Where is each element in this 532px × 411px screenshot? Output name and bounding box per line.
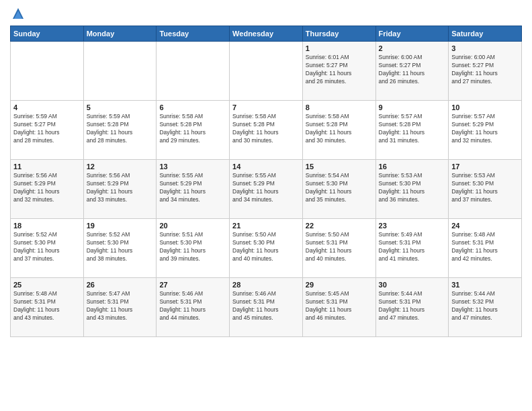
day-number: 27 <box>159 281 226 289</box>
day-info: Sunrise: 5:49 AM Sunset: 5:31 PM Dayligh… <box>379 231 446 263</box>
day-cell: 17Sunrise: 5:53 AM Sunset: 5:30 PM Dayli… <box>449 160 522 219</box>
day-number: 2 <box>379 44 446 52</box>
day-info: Sunrise: 6:01 AM Sunset: 5:27 PM Dayligh… <box>306 54 373 86</box>
day-number: 13 <box>159 163 226 171</box>
logo-icon <box>11 7 25 20</box>
header-saturday: Saturday <box>449 26 522 42</box>
day-number: 18 <box>13 222 81 230</box>
header <box>10 7 522 20</box>
day-cell: 21Sunrise: 5:50 AM Sunset: 5:30 PM Dayli… <box>230 219 303 278</box>
day-cell: 29Sunrise: 5:45 AM Sunset: 5:31 PM Dayli… <box>302 278 375 337</box>
day-info: Sunrise: 5:52 AM Sunset: 5:30 PM Dayligh… <box>13 231 81 263</box>
day-info: Sunrise: 5:47 AM Sunset: 5:31 PM Dayligh… <box>87 290 154 322</box>
day-info: Sunrise: 6:00 AM Sunset: 5:27 PM Dayligh… <box>451 54 519 86</box>
day-cell: 24Sunrise: 5:48 AM Sunset: 5:31 PM Dayli… <box>449 219 522 278</box>
day-cell: 12Sunrise: 5:56 AM Sunset: 5:29 PM Dayli… <box>83 160 157 219</box>
calendar-table: SundayMondayTuesdayWednesdayThursdayFrid… <box>10 26 522 337</box>
day-number: 7 <box>232 103 300 111</box>
day-number: 8 <box>306 103 373 111</box>
day-cell <box>11 42 84 101</box>
day-info: Sunrise: 5:50 AM Sunset: 5:31 PM Dayligh… <box>306 231 373 263</box>
day-cell: 15Sunrise: 5:54 AM Sunset: 5:30 PM Dayli… <box>302 160 375 219</box>
day-cell: 26Sunrise: 5:47 AM Sunset: 5:31 PM Dayli… <box>83 278 157 337</box>
week-row-0: 1Sunrise: 6:01 AM Sunset: 5:27 PM Daylig… <box>11 42 522 101</box>
day-cell: 16Sunrise: 5:53 AM Sunset: 5:30 PM Dayli… <box>375 160 449 219</box>
day-number: 14 <box>232 163 300 171</box>
day-cell: 10Sunrise: 5:57 AM Sunset: 5:29 PM Dayli… <box>449 101 522 160</box>
header-sunday: Sunday <box>11 26 84 42</box>
day-number: 5 <box>87 103 154 111</box>
day-info: Sunrise: 5:56 AM Sunset: 5:29 PM Dayligh… <box>87 172 154 204</box>
day-info: Sunrise: 5:52 AM Sunset: 5:30 PM Dayligh… <box>87 231 154 263</box>
day-cell: 18Sunrise: 5:52 AM Sunset: 5:30 PM Dayli… <box>11 219 84 278</box>
day-info: Sunrise: 5:58 AM Sunset: 5:28 PM Dayligh… <box>232 113 300 145</box>
day-cell: 31Sunrise: 5:44 AM Sunset: 5:32 PM Dayli… <box>449 278 522 337</box>
day-number: 29 <box>306 281 373 289</box>
day-cell <box>157 42 230 101</box>
day-info: Sunrise: 5:53 AM Sunset: 5:30 PM Dayligh… <box>379 172 446 204</box>
day-number: 3 <box>451 44 519 52</box>
day-cell: 23Sunrise: 5:49 AM Sunset: 5:31 PM Dayli… <box>375 219 449 278</box>
logo <box>10 7 25 20</box>
day-info: Sunrise: 5:55 AM Sunset: 5:29 PM Dayligh… <box>159 172 226 204</box>
day-cell: 30Sunrise: 5:44 AM Sunset: 5:31 PM Dayli… <box>375 278 449 337</box>
day-number: 28 <box>232 281 300 289</box>
day-number: 12 <box>87 163 154 171</box>
day-cell: 14Sunrise: 5:55 AM Sunset: 5:29 PM Dayli… <box>230 160 303 219</box>
day-cell: 27Sunrise: 5:46 AM Sunset: 5:31 PM Dayli… <box>157 278 230 337</box>
day-cell: 8Sunrise: 5:58 AM Sunset: 5:28 PM Daylig… <box>302 101 375 160</box>
day-number: 1 <box>306 44 373 52</box>
header-friday: Friday <box>375 26 449 42</box>
day-cell: 1Sunrise: 6:01 AM Sunset: 5:27 PM Daylig… <box>302 42 375 101</box>
day-number: 9 <box>379 103 446 111</box>
day-number: 23 <box>379 222 446 230</box>
week-row-2: 11Sunrise: 5:56 AM Sunset: 5:29 PM Dayli… <box>11 160 522 219</box>
day-cell: 6Sunrise: 5:58 AM Sunset: 5:28 PM Daylig… <box>157 101 230 160</box>
day-cell: 20Sunrise: 5:51 AM Sunset: 5:30 PM Dayli… <box>157 219 230 278</box>
day-cell: 22Sunrise: 5:50 AM Sunset: 5:31 PM Dayli… <box>302 219 375 278</box>
day-cell: 3Sunrise: 6:00 AM Sunset: 5:27 PM Daylig… <box>449 42 522 101</box>
day-info: Sunrise: 5:58 AM Sunset: 5:28 PM Dayligh… <box>306 113 373 145</box>
day-info: Sunrise: 5:57 AM Sunset: 5:29 PM Dayligh… <box>451 113 519 145</box>
day-number: 11 <box>13 163 81 171</box>
day-number: 6 <box>159 103 226 111</box>
day-number: 25 <box>13 281 81 289</box>
day-info: Sunrise: 5:53 AM Sunset: 5:30 PM Dayligh… <box>451 172 519 204</box>
day-cell <box>230 42 303 101</box>
day-info: Sunrise: 5:58 AM Sunset: 5:28 PM Dayligh… <box>159 113 226 145</box>
day-cell <box>83 42 157 101</box>
day-info: Sunrise: 5:48 AM Sunset: 5:31 PM Dayligh… <box>13 290 81 322</box>
day-info: Sunrise: 5:50 AM Sunset: 5:30 PM Dayligh… <box>232 231 300 263</box>
day-info: Sunrise: 5:45 AM Sunset: 5:31 PM Dayligh… <box>306 290 373 322</box>
day-number: 4 <box>13 103 81 111</box>
day-cell: 4Sunrise: 5:59 AM Sunset: 5:27 PM Daylig… <box>11 101 84 160</box>
header-row: SundayMondayTuesdayWednesdayThursdayFrid… <box>11 26 522 42</box>
day-info: Sunrise: 5:59 AM Sunset: 5:27 PM Dayligh… <box>13 113 81 145</box>
day-info: Sunrise: 5:46 AM Sunset: 5:31 PM Dayligh… <box>232 290 300 322</box>
day-number: 24 <box>451 222 519 230</box>
day-cell: 19Sunrise: 5:52 AM Sunset: 5:30 PM Dayli… <box>83 219 157 278</box>
header-wednesday: Wednesday <box>230 26 303 42</box>
day-info: Sunrise: 5:44 AM Sunset: 5:32 PM Dayligh… <box>451 290 519 322</box>
day-cell: 11Sunrise: 5:56 AM Sunset: 5:29 PM Dayli… <box>11 160 84 219</box>
header-thursday: Thursday <box>302 26 375 42</box>
day-info: Sunrise: 5:46 AM Sunset: 5:31 PM Dayligh… <box>159 290 226 322</box>
day-info: Sunrise: 5:44 AM Sunset: 5:31 PM Dayligh… <box>379 290 446 322</box>
day-number: 16 <box>379 163 446 171</box>
day-info: Sunrise: 5:56 AM Sunset: 5:29 PM Dayligh… <box>13 172 81 204</box>
day-number: 30 <box>379 281 446 289</box>
day-number: 17 <box>451 163 519 171</box>
day-cell: 7Sunrise: 5:58 AM Sunset: 5:28 PM Daylig… <box>230 101 303 160</box>
day-cell: 5Sunrise: 5:59 AM Sunset: 5:28 PM Daylig… <box>83 101 157 160</box>
header-monday: Monday <box>83 26 157 42</box>
day-number: 21 <box>232 222 300 230</box>
day-number: 19 <box>87 222 154 230</box>
week-row-1: 4Sunrise: 5:59 AM Sunset: 5:27 PM Daylig… <box>11 101 522 160</box>
day-cell: 13Sunrise: 5:55 AM Sunset: 5:29 PM Dayli… <box>157 160 230 219</box>
day-info: Sunrise: 5:55 AM Sunset: 5:29 PM Dayligh… <box>232 172 300 204</box>
day-number: 22 <box>306 222 373 230</box>
day-number: 10 <box>451 103 519 111</box>
day-number: 15 <box>306 163 373 171</box>
day-info: Sunrise: 5:57 AM Sunset: 5:28 PM Dayligh… <box>379 113 446 145</box>
day-number: 26 <box>87 281 154 289</box>
